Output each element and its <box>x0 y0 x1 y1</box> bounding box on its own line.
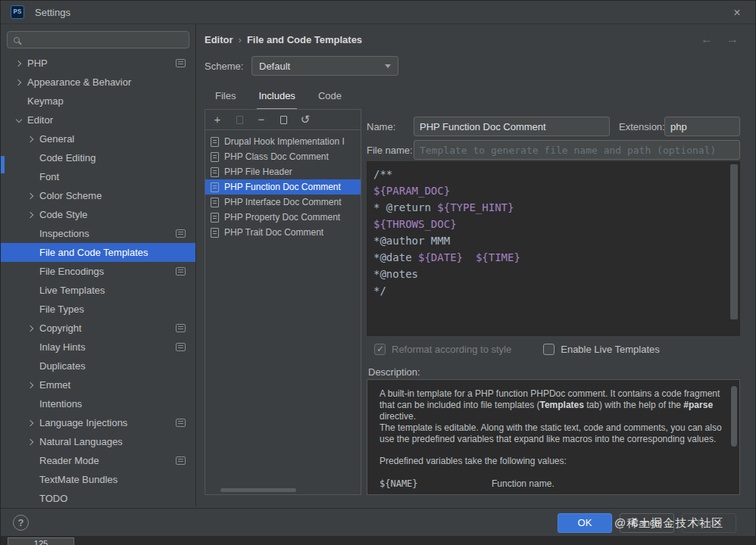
chevron-icon[interactable] <box>28 136 34 142</box>
template-list-panel: + − ↺ Drupal Hook Implementation I PHP C… <box>205 109 361 495</box>
tree-item[interactable]: Color Scheme <box>1 186 195 205</box>
template-list-item[interactable]: PHP Trait Doc Comment <box>205 225 361 240</box>
scheme-combobox[interactable]: Default <box>251 56 398 76</box>
tree-item[interactable]: General <box>1 129 195 148</box>
tree-item[interactable]: File Types <box>1 300 195 319</box>
template-list-item[interactable]: PHP File Header <box>205 164 361 179</box>
tree-item[interactable]: Duplicates <box>1 357 195 375</box>
search-input[interactable] <box>25 35 183 45</box>
tree-item[interactable]: Keymap <box>1 92 195 111</box>
tree-item[interactable]: Natural Languages <box>1 432 195 451</box>
watermark: @稀土掘金技术社区 <box>614 516 723 531</box>
tree-item-label: File Types <box>39 304 84 315</box>
file-icon <box>211 152 219 162</box>
tree-item[interactable]: TextMate Bundles <box>1 470 195 489</box>
back-icon: ← <box>701 33 713 45</box>
scheme-label: Scheme: <box>205 61 251 72</box>
tab-files[interactable]: Files <box>214 86 237 111</box>
description-paragraph: Predefined variables take the following … <box>380 456 727 467</box>
name-input[interactable] <box>414 117 610 136</box>
tree-item[interactable]: Emmet <box>1 375 195 394</box>
tree-item[interactable]: Font <box>1 167 195 186</box>
template-list-item[interactable]: PHP Property Doc Comment <box>205 210 361 225</box>
add-template-button[interactable]: + <box>212 113 223 126</box>
description-paragraph: A built-in template for a PHP function P… <box>380 388 727 422</box>
description-paragraph: The template is editable. Along with the… <box>380 422 727 445</box>
copy-template-button[interactable] <box>278 113 289 126</box>
tree-item[interactable]: Inspections <box>1 224 195 243</box>
variable-description: Function name. <box>492 478 555 490</box>
tree-item-label: TODO <box>39 493 67 504</box>
template-form: Name: Extension: File name: /**${PARAM_D… <box>367 109 740 495</box>
tree-item-label: Duplicates <box>39 360 86 372</box>
chevron-icon[interactable] <box>16 61 22 67</box>
name-label: Name: <box>367 121 414 132</box>
live-templates-option[interactable]: Enable Live Templates <box>543 344 660 355</box>
create-child-template-button[interactable] <box>234 113 245 126</box>
description-label: Description: <box>368 366 420 378</box>
tree-item[interactable]: Appearance & Behavior <box>1 73 195 92</box>
extension-input[interactable] <box>664 117 740 136</box>
chevron-down-icon <box>385 64 391 68</box>
tree-item[interactable]: Language Injections <box>1 413 195 432</box>
tree-item[interactable]: Intentions <box>1 394 195 413</box>
template-list-item[interactable]: PHP Function Doc Comment <box>205 179 361 195</box>
file-icon <box>211 213 219 223</box>
tree-item[interactable]: Copyright <box>1 319 195 338</box>
chevron-icon[interactable] <box>16 79 22 86</box>
close-button[interactable]: × <box>728 4 746 22</box>
tab-includes[interactable]: Includes <box>257 86 296 111</box>
tree-item[interactable]: File and Code Templates <box>1 243 195 262</box>
tree-item[interactable]: Inlay Hints <box>1 338 195 357</box>
tree-item-label: Editor <box>27 114 53 126</box>
tree-item[interactable]: Editor <box>1 111 195 129</box>
horizontal-scrollbar[interactable] <box>220 488 296 492</box>
description-text: A built-in template for a PHP function P… <box>380 388 727 490</box>
chevron-icon[interactable] <box>16 117 22 123</box>
template-editor[interactable]: /**${PARAM_DOC}* @return ${TYPE_HINT}${T… <box>367 161 740 336</box>
tree-item[interactable]: Code Editing <box>1 148 195 167</box>
file-icon <box>211 137 219 147</box>
tree-item-label: Font <box>39 171 59 182</box>
ok-button[interactable]: OK <box>558 513 612 533</box>
chevron-icon[interactable] <box>28 439 34 445</box>
breadcrumb-section: Editor <box>205 34 233 45</box>
editor-scrollbar[interactable] <box>730 164 738 319</box>
description-scrollbar[interactable] <box>731 386 737 447</box>
settings-search[interactable] <box>7 31 189 48</box>
create-child-template-icon <box>236 116 243 124</box>
forward-button[interactable]: → <box>726 33 739 46</box>
background-window-strip: 125 <box>1 536 755 545</box>
scheme-value: Default <box>259 61 290 72</box>
reformat-option[interactable]: Reformat according to style <box>374 344 511 355</box>
template-list-item[interactable]: PHP Class Doc Comment <box>205 149 361 164</box>
tree-item-label: Inlay Hints <box>39 341 86 353</box>
chevron-icon[interactable] <box>28 325 34 332</box>
tree-item-label: Inspections <box>39 228 89 239</box>
chevron-icon[interactable] <box>28 382 34 388</box>
chevron-icon[interactable] <box>28 420 34 426</box>
tab-code[interactable]: Code <box>317 86 343 111</box>
chevron-icon[interactable] <box>28 212 34 218</box>
reset-to-default-button[interactable]: ↺ <box>300 113 311 126</box>
tabs: Files Includes Code <box>214 86 343 111</box>
filename-label: File name: <box>367 145 414 156</box>
template-list-item[interactable]: Drupal Hook Implementation I <box>205 134 361 149</box>
list-toolbar: + − ↺ <box>205 110 361 130</box>
live-templates-checkbox[interactable] <box>543 344 555 355</box>
tree-item[interactable]: File Encodings <box>1 262 195 281</box>
tree-item[interactable]: Live Templates <box>1 281 195 300</box>
tree-item[interactable]: Reader Mode <box>1 451 195 470</box>
tree-item[interactable]: TODO <box>1 489 195 506</box>
tree-item[interactable]: PHP <box>1 54 195 73</box>
back-button[interactable]: ← <box>701 33 713 46</box>
template-name: PHP Class Doc Comment <box>224 151 329 162</box>
chevron-icon[interactable] <box>28 193 34 199</box>
template-list-item[interactable]: PHP Interface Doc Comment <box>205 195 361 210</box>
remove-template-button[interactable]: − <box>256 113 267 126</box>
tab-label: Includes <box>258 90 295 101</box>
help-button[interactable]: ? <box>13 515 29 531</box>
tree-item[interactable]: Code Style <box>1 205 195 224</box>
filename-input[interactable] <box>414 140 740 160</box>
reformat-checkbox[interactable] <box>374 344 386 355</box>
